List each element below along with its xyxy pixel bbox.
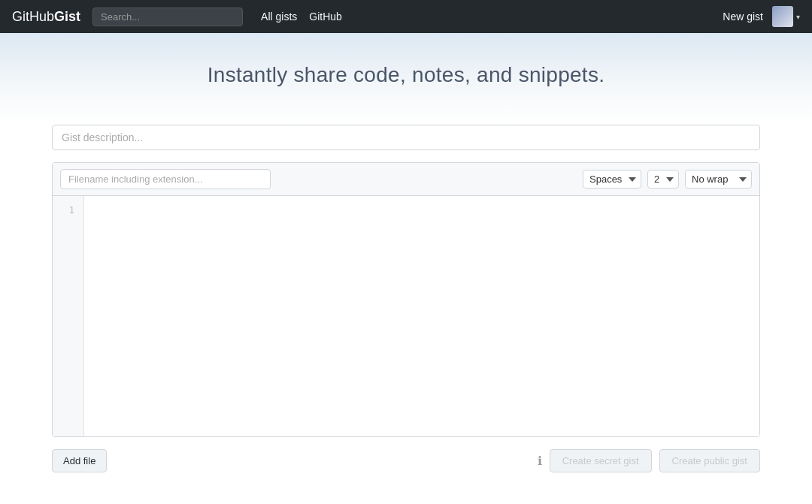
brand-github-text: GitHub [12, 9, 54, 25]
line-number-1: 1 [62, 204, 74, 218]
all-gists-link[interactable]: All gists [261, 11, 297, 23]
create-public-gist-button[interactable]: Create public gist [659, 449, 760, 472]
filename-input[interactable] [60, 169, 271, 189]
hero-section: Instantly share code, notes, and snippet… [0, 33, 812, 125]
line-numbers: 1 [53, 196, 84, 436]
code-editor[interactable] [84, 196, 759, 436]
description-input[interactable] [52, 125, 760, 150]
spaces-select[interactable]: Spaces Tabs [583, 170, 641, 189]
file-editor: Spaces Tabs 2 4 8 No wrap Soft wrap 1 [52, 162, 760, 437]
hero-title: Instantly share code, notes, and snippet… [0, 63, 812, 87]
new-gist-button[interactable]: New gist [723, 11, 763, 23]
brand-logo[interactable]: GitHubGist [12, 9, 80, 25]
add-file-button[interactable]: Add file [52, 449, 107, 472]
navbar-links: All gists GitHub [261, 11, 342, 23]
info-icon[interactable]: ℹ [538, 454, 542, 468]
navbar-right: New gist ▾ [723, 6, 800, 27]
brand-gist-text: Gist [54, 9, 80, 25]
right-actions: ℹ Create secret gist Create public gist [538, 449, 760, 472]
code-area: 1 [53, 196, 759, 436]
footer-actions: Add file ℹ Create secret gist Create pub… [52, 449, 760, 472]
create-secret-gist-button[interactable]: Create secret gist [550, 449, 652, 472]
search-input[interactable] [92, 8, 243, 26]
file-editor-header: Spaces Tabs 2 4 8 No wrap Soft wrap [53, 163, 759, 196]
avatar-chevron-down-icon: ▾ [796, 13, 800, 21]
navbar: GitHubGist All gists GitHub New gist ▾ [0, 0, 812, 33]
avatar-image [772, 6, 793, 27]
avatar [772, 6, 793, 27]
main-content: Spaces Tabs 2 4 8 No wrap Soft wrap 1 [34, 125, 778, 502]
avatar-dropdown[interactable]: ▾ [772, 6, 800, 27]
github-link[interactable]: GitHub [309, 11, 342, 23]
indent-select[interactable]: 2 4 8 [647, 170, 679, 189]
wrap-select[interactable]: No wrap Soft wrap [685, 170, 752, 189]
editor-controls: Spaces Tabs 2 4 8 No wrap Soft wrap [583, 170, 752, 189]
